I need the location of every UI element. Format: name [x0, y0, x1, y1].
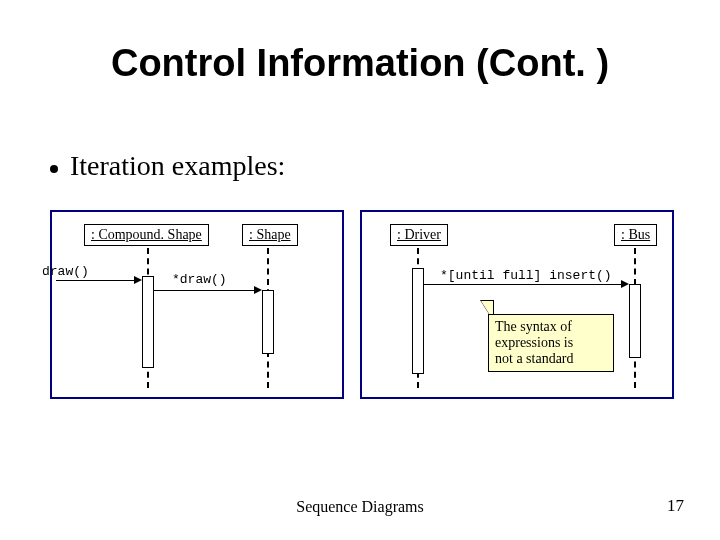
arrow	[423, 284, 623, 285]
syntax-note: The syntax of expressions is not a stand…	[488, 314, 614, 372]
bullet-item: Iteration examples:	[50, 150, 285, 182]
bullet-text: Iteration examples:	[70, 150, 285, 181]
object-bus: : Bus	[614, 224, 657, 246]
activation-bar	[629, 284, 641, 358]
object-shape: : Shape	[242, 224, 298, 246]
footer-text: Sequence Diagrams	[0, 498, 720, 516]
arrow-head-icon	[621, 280, 629, 288]
note-line: The syntax of	[495, 319, 607, 335]
note-line: not a standard	[495, 351, 607, 367]
note-line: expressions is	[495, 335, 607, 351]
diagram-panel-right: : Driver : Bus *[until full] insert() Th…	[360, 210, 674, 399]
bullet-dot-icon	[50, 165, 58, 173]
arrow	[56, 280, 134, 281]
object-compound-shape: : Compound. Shape	[84, 224, 209, 246]
message-insert: *[until full] insert()	[440, 268, 612, 283]
diagram-panel-left: : Compound. Shape : Shape draw() *draw()	[50, 210, 344, 399]
message-draw: draw()	[42, 264, 89, 279]
arrow	[153, 290, 255, 291]
slide-title: Control Information (Cont. )	[0, 42, 720, 85]
object-driver: : Driver	[390, 224, 448, 246]
arrow-head-icon	[254, 286, 262, 294]
page-number: 17	[667, 496, 684, 516]
activation-bar	[262, 290, 274, 354]
message-star-draw: *draw()	[172, 272, 227, 287]
arrow-head-icon	[134, 276, 142, 284]
